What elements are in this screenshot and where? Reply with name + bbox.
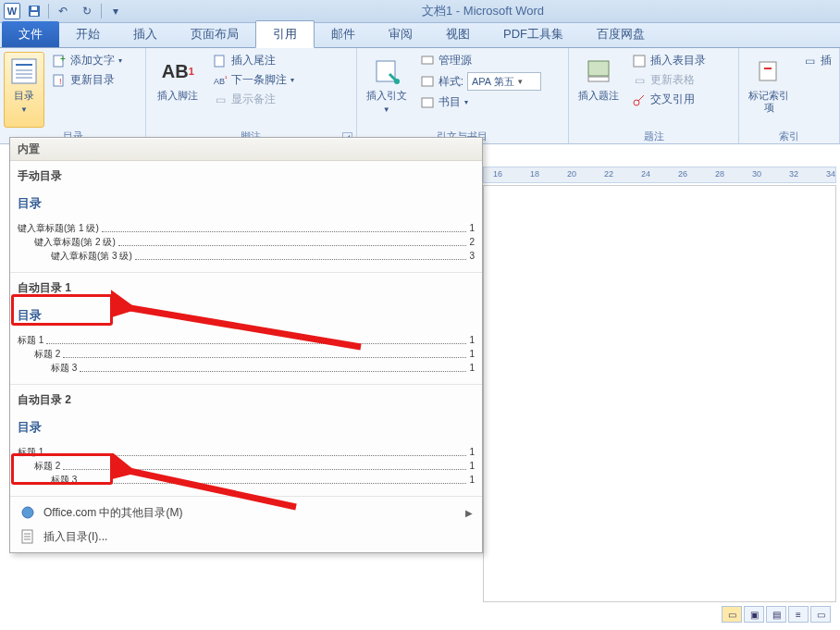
toc-auto2-label: 自动目录 2	[18, 387, 475, 414]
insert-tof-button[interactable]: 插入表目录	[628, 52, 710, 69]
tab-home[interactable]: 开始	[59, 21, 117, 47]
toc-option-manual[interactable]: 手动目录 目录 键入章标题(第 1 级)1 键入章标题(第 2 级)2 键入章标…	[10, 161, 482, 273]
tab-file[interactable]: 文件	[2, 21, 59, 47]
tab-mailings[interactable]: 邮件	[315, 21, 372, 47]
cross-ref-icon	[632, 93, 647, 107]
cross-reference-button[interactable]: 交叉引用	[628, 91, 710, 108]
next-footnote-button[interactable]: AB¹ 下一条脚注 ▾	[209, 71, 298, 89]
svg-rect-12	[215, 56, 224, 67]
document-area[interactable]	[483, 185, 836, 602]
mark-index-entry-button[interactable]: 标记索引项	[743, 52, 795, 128]
outline-view-icon[interactable]: ≡	[788, 606, 809, 623]
add-text-button[interactable]: + 添加文字 ▾	[48, 52, 126, 69]
builtin-header: 内置	[10, 138, 482, 161]
tab-insert[interactable]: 插入	[117, 21, 174, 47]
redo-icon[interactable]: ↻	[77, 2, 97, 20]
quick-access-toolbar: W ↶ ↻ ▾	[0, 2, 126, 20]
update-toc-button[interactable]: ! 更新目录	[48, 71, 126, 89]
draft-view-icon[interactable]: ▭	[810, 606, 831, 623]
svg-rect-16	[422, 77, 433, 86]
web-layout-view-icon[interactable]: ▤	[766, 606, 786, 623]
horizontal-ruler[interactable]: 16 18 20 22 24 26 28 30 32 34	[483, 167, 836, 183]
document-icon	[19, 528, 36, 545]
tab-references[interactable]: 引用	[255, 20, 315, 48]
caption-icon	[584, 56, 613, 86]
toc-gallery-dropdown: 内置 手动目录 目录 键入章标题(第 1 级)1 键入章标题(第 2 级)2 键…	[9, 137, 483, 553]
manage-sources-button[interactable]: 管理源	[416, 52, 545, 69]
qat-customize-icon[interactable]: ▾	[105, 2, 126, 20]
tof-icon	[632, 54, 647, 68]
svg-rect-3	[12, 59, 36, 83]
next-footnote-icon: AB¹	[213, 73, 228, 88]
chevron-down-icon: ▼	[20, 105, 28, 114]
title-bar: W ↶ ↻ ▾ 文档1 - Microsoft Word	[0, 0, 840, 23]
tab-page-layout[interactable]: 页面布局	[174, 21, 255, 47]
citation-style-combo[interactable]: 样式: APA 第五▾	[416, 71, 545, 92]
toc-option-auto1[interactable]: 自动目录 1 目录 标题 11 标题 21 标题 31	[10, 273, 482, 385]
svg-rect-22	[760, 62, 776, 80]
svg-rect-23	[764, 68, 772, 69]
insert-citation-button[interactable]: 插入引文 ▼	[361, 52, 413, 128]
ab-icon: AB1	[163, 56, 192, 86]
group-toc: 目录 ▼ + 添加文字 ▾ ! 更新目录 目录	[0, 48, 146, 143]
full-screen-view-icon[interactable]: ▣	[744, 606, 764, 623]
ribbon: 目录 ▼ + 添加文字 ▾ ! 更新目录 目录 AB1 插入脚注	[0, 48, 840, 144]
group-citations: 插入引文 ▼ 管理源 样式: APA 第五▾ 书目 ▾ 引文与书目	[357, 48, 569, 143]
svg-rect-18	[588, 61, 609, 76]
ribbon-tabs: 文件 开始 插入 页面布局 引用 邮件 审阅 视图 PDF工具集 百度网盘	[0, 23, 840, 48]
citation-icon	[372, 56, 401, 86]
style-icon	[420, 74, 435, 89]
toc-auto1-preview: 目录 标题 11 标题 21 标题 31	[18, 302, 475, 375]
toc-button-label: 目录	[14, 90, 34, 102]
group-label-index: 索引	[741, 130, 837, 144]
svg-rect-20	[634, 56, 645, 67]
update-icon: !	[52, 73, 67, 88]
update-table-icon: ▭	[632, 73, 647, 88]
view-shortcuts: ▭ ▣ ▤ ≡ ▭	[722, 606, 831, 623]
more-toc-office-button[interactable]: Office.com 中的其他目录(M) ▶	[16, 500, 476, 525]
insert-footnote-button[interactable]: AB1 插入脚注	[150, 52, 205, 128]
update-table-button: ▭ 更新表格	[628, 71, 710, 89]
insert-toc-button[interactable]: 插入目录(I)...	[16, 525, 476, 549]
insert-caption-button[interactable]: 插入题注	[573, 52, 624, 128]
chevron-right-icon: ▶	[465, 508, 473, 518]
svg-rect-19	[588, 77, 609, 81]
bibliography-button[interactable]: 书目 ▾	[416, 93, 545, 111]
toc-option-auto2[interactable]: 自动目录 2 目录 标题 11 标题 21 标题 31	[10, 385, 482, 497]
svg-rect-1	[31, 12, 38, 16]
toc-auto2-preview: 目录 标题 11 标题 21 标题 31	[18, 414, 475, 487]
chevron-down-icon: ▼	[383, 105, 390, 114]
manage-icon	[420, 54, 435, 68]
endnote-icon	[213, 54, 228, 68]
svg-rect-17	[422, 98, 433, 107]
toc-button[interactable]: 目录 ▼	[4, 52, 44, 128]
svg-point-24	[22, 507, 33, 518]
show-notes-button: ▭ 显示备注	[209, 91, 298, 108]
print-layout-view-icon[interactable]: ▭	[722, 606, 742, 623]
insert-index-button[interactable]: ▭ 插	[798, 52, 835, 69]
chevron-down-icon: ▾	[518, 77, 523, 86]
insert-endnote-button[interactable]: 插入尾注	[209, 52, 298, 69]
add-text-icon: +	[52, 54, 67, 68]
window-title: 文档1 - Microsoft Word	[126, 3, 840, 19]
toc-icon	[9, 56, 39, 86]
svg-text:+: +	[60, 55, 66, 64]
globe-icon	[19, 504, 36, 521]
tab-review[interactable]: 审阅	[372, 21, 429, 47]
undo-icon[interactable]: ↶	[53, 2, 73, 20]
toc-manual-preview: 目录 键入章标题(第 1 级)1 键入章标题(第 2 级)2 键入章标题(第 3…	[18, 190, 475, 263]
toc-auto1-label: 自动目录 1	[18, 275, 475, 302]
svg-rect-15	[422, 56, 433, 64]
toc-footer: Office.com 中的其他目录(M) ▶ 插入目录(I)...	[10, 497, 482, 552]
tab-pdf-tools[interactable]: PDF工具集	[487, 21, 580, 47]
svg-rect-2	[31, 6, 37, 10]
svg-point-14	[394, 79, 400, 84]
word-app-icon[interactable]: W	[4, 3, 20, 19]
tab-view[interactable]: 视图	[429, 21, 487, 47]
group-label-captions: 题注	[571, 130, 736, 144]
group-captions: 插入题注 插入表目录 ▭ 更新表格 交叉引用 题注	[569, 48, 739, 143]
group-footnotes: AB1 插入脚注 插入尾注 AB¹ 下一条脚注 ▾ ▭ 显示备注 脚注◢	[146, 48, 356, 143]
save-icon[interactable]	[24, 2, 44, 20]
index-icon	[754, 56, 784, 86]
tab-baidu-netdisk[interactable]: 百度网盘	[580, 21, 661, 47]
